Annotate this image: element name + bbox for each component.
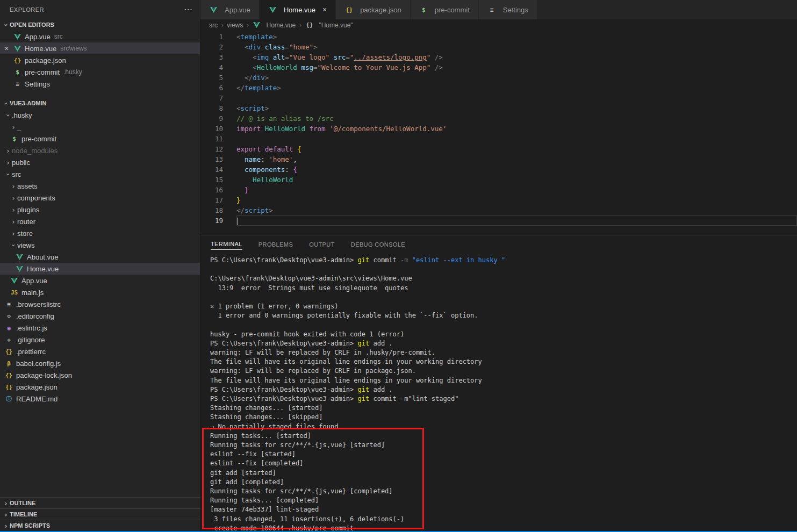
tree-item-package-lock-json[interactable]: {}package-lock.json bbox=[0, 369, 200, 381]
tree-item-components[interactable]: ›components bbox=[0, 192, 200, 204]
section-npm-scripts[interactable]: ›NPM SCRIPTS bbox=[0, 520, 200, 531]
tree-item-label: _ bbox=[17, 123, 21, 131]
tree-item-public[interactable]: ›public bbox=[0, 156, 200, 168]
tree-item-package-json[interactable]: {}package.json bbox=[0, 381, 200, 393]
braces-icon: {} bbox=[305, 21, 314, 28]
tree-item-main-js[interactable]: JSmain.js bbox=[0, 286, 200, 298]
code-line[interactable]: </script> bbox=[236, 205, 797, 215]
tree-item-pre-commit[interactable]: $pre-commit bbox=[0, 133, 200, 145]
terminal-text: git bbox=[358, 395, 370, 402]
open-editor-item-app-vue[interactable]: App.vuesrc bbox=[0, 31, 200, 42]
tree-item-label: babel.config.js bbox=[16, 360, 61, 368]
tab-package-json[interactable]: {}package.json bbox=[336, 0, 411, 19]
breadcrumb-separator-icon: › bbox=[220, 21, 224, 29]
tree-item-views[interactable]: ›views bbox=[0, 239, 200, 251]
tree-item-prettierrc[interactable]: {}.prettierrc bbox=[0, 346, 200, 357]
code-line[interactable]: } bbox=[236, 185, 797, 195]
open-editor-label: App.vue bbox=[25, 33, 51, 41]
more-actions-icon[interactable]: ⋯ bbox=[184, 4, 192, 15]
code-token: components bbox=[245, 166, 285, 174]
code-line[interactable]: </div> bbox=[236, 73, 797, 83]
code-line[interactable]: export default { bbox=[236, 144, 797, 154]
terminal-line: ✕ 1 problem (1 error, 0 warnings) bbox=[210, 302, 797, 311]
terminal-text: eslint --fix [completed] bbox=[210, 459, 303, 467]
panel-tab-output[interactable]: OUTPUT bbox=[309, 241, 335, 250]
breadcrumb-item-src[interactable]: src bbox=[209, 21, 218, 29]
terminal-text: PS C:\Users\frank\Desktop\vue3-admin> bbox=[210, 340, 358, 347]
code-line[interactable]: } bbox=[236, 195, 797, 205]
breadcrumb-label: views bbox=[227, 21, 243, 29]
tab-label: package.json bbox=[360, 6, 401, 14]
code-line[interactable]: components: { bbox=[236, 164, 797, 175]
code-line[interactable]: <div class="home"> bbox=[236, 42, 797, 52]
tree-item-assets[interactable]: ›assets bbox=[0, 180, 200, 192]
tab-pre-commit[interactable]: $pre-commit bbox=[411, 0, 479, 19]
code-line[interactable]: </template> bbox=[236, 83, 797, 93]
open-editor-label: package.json bbox=[25, 56, 66, 64]
code-line[interactable]: import HelloWorld from '@/components/Hel… bbox=[236, 124, 797, 134]
tree-item-app-vue[interactable]: App.vue bbox=[0, 275, 200, 286]
panel-tab-problems[interactable]: PROBLEMS bbox=[259, 241, 293, 250]
terminal-text: PS C:\Users\frank\Desktop\vue3-admin> bbox=[210, 386, 358, 393]
code-token: { bbox=[293, 166, 297, 174]
section-outline[interactable]: ›OUTLINE bbox=[0, 497, 200, 508]
tree-item-editorconfig[interactable]: ⚙.editorconfig bbox=[0, 310, 200, 322]
tree-item-about-vue[interactable]: About.vue bbox=[0, 251, 200, 263]
tree-item-gitignore[interactable]: ◆.gitignore bbox=[0, 334, 200, 346]
open-editor-item-pre-commit[interactable]: $pre-commit.husky bbox=[0, 66, 200, 78]
open-editors-section-header[interactable]: › OPEN EDITORS bbox=[0, 19, 200, 31]
code-token: HelloWorld bbox=[257, 63, 297, 71]
open-editor-item-settings[interactable]: ≡Settings bbox=[0, 78, 200, 90]
tree-item-readme-md[interactable]: ⓘREADME.md bbox=[0, 393, 200, 405]
tree-item-home-vue[interactable]: Home.vue bbox=[0, 263, 200, 275]
tab-home-vue[interactable]: Home.vue× bbox=[260, 0, 336, 19]
code-token: 'home' bbox=[269, 155, 293, 163]
line-number: 5 bbox=[200, 73, 223, 83]
tree-item-browserslistrc[interactable]: ≡.browserslistrc bbox=[0, 298, 200, 310]
code-line[interactable] bbox=[236, 215, 797, 226]
code-token bbox=[430, 53, 435, 61]
tree-item-plugins[interactable]: ›plugins bbox=[0, 204, 200, 215]
tree-item-node-modules[interactable]: ›node_modules bbox=[0, 145, 200, 156]
code-editor[interactable]: 12345678910111213141516171819 <template>… bbox=[200, 31, 797, 235]
panel-tab-terminal[interactable]: TERMINAL bbox=[211, 241, 242, 250]
open-editor-item-home-vue[interactable]: ×Home.vuesrc\views bbox=[0, 42, 200, 54]
terminal-text: Running tasks... [completed] bbox=[210, 497, 319, 504]
code-line[interactable]: name: 'home', bbox=[236, 154, 797, 164]
terminal-text: PS C:\Users\frank\Desktop\vue3-admin> bbox=[210, 256, 358, 264]
tree-item-label: node_modules bbox=[12, 147, 58, 155]
tab-app-vue[interactable]: App.vue bbox=[200, 0, 260, 19]
workspace-section-header[interactable]: › VUE3-ADMIN bbox=[0, 97, 200, 109]
tab-settings[interactable]: ≡Settings bbox=[479, 0, 537, 19]
shell-icon: $ bbox=[13, 69, 22, 76]
line-number: 10 bbox=[200, 124, 223, 134]
panel-tab-debug-console[interactable]: DEBUG CONSOLE bbox=[351, 241, 405, 250]
close-icon[interactable]: × bbox=[0, 44, 13, 53]
open-editor-item-package-json[interactable]: {}package.json bbox=[0, 54, 200, 66]
code-line[interactable]: // @ is an alias to /src bbox=[236, 113, 797, 124]
code-line[interactable]: <script> bbox=[236, 103, 797, 113]
section-timeline[interactable]: ›TIMELINE bbox=[0, 508, 200, 520]
code-line[interactable]: <img alt="Vue logo" src="../assets/logo.… bbox=[236, 52, 797, 62]
code-line[interactable]: <HelloWorld msg="Welcome to Your Vue.js … bbox=[236, 62, 797, 73]
tree-item-babel-config-js[interactable]: βbabel.config.js bbox=[0, 357, 200, 369]
code-token: "Welcome to Your Vue.js App" bbox=[318, 63, 431, 71]
code-token: msg bbox=[301, 63, 313, 71]
tree-item-router[interactable]: ›router bbox=[0, 215, 200, 227]
close-icon[interactable]: × bbox=[322, 5, 327, 14]
code-line[interactable]: <template> bbox=[236, 32, 797, 42]
terminal-output[interactable]: PS C:\Users\frank\Desktop\vue3-admin> gi… bbox=[200, 253, 797, 532]
tree-item-eslintrc-js[interactable]: ◉.eslintrc.js bbox=[0, 322, 200, 334]
breadcrumb-item-views[interactable]: views bbox=[227, 21, 243, 29]
tree-item-[interactable]: ›_ bbox=[0, 121, 200, 133]
tree-item-husky[interactable]: ›.husky bbox=[0, 109, 200, 121]
code-line[interactable] bbox=[236, 134, 797, 144]
tree-item-src[interactable]: ›src bbox=[0, 168, 200, 180]
code-line[interactable] bbox=[236, 93, 797, 103]
tree-item-store[interactable]: ›store bbox=[0, 227, 200, 239]
breadcrumb-item-home-vue[interactable]: {}"Home.vue" bbox=[305, 21, 353, 29]
line-number: 4 bbox=[200, 62, 223, 73]
code-line[interactable]: HelloWorld bbox=[236, 175, 797, 185]
terminal-text: git add [completed] bbox=[210, 478, 284, 486]
breadcrumb-item-home-vue[interactable]: Home.vue bbox=[252, 21, 296, 29]
